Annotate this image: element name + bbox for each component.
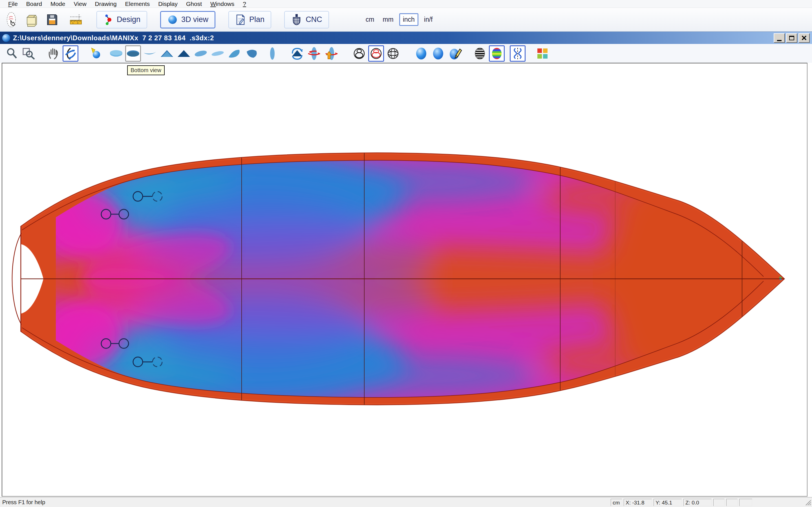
design-button[interactable]: Design (96, 11, 147, 29)
save-icon[interactable] (45, 12, 59, 27)
status-extra-2 (726, 499, 738, 506)
color-settings-icon[interactable] (535, 45, 550, 62)
unit-mm[interactable]: mm (380, 14, 396, 25)
wireframe-icon[interactable] (385, 45, 401, 62)
design-canvas[interactable]: Bottom view (2, 63, 808, 497)
unit-inch[interactable]: inch (399, 13, 418, 26)
back-view-icon[interactable] (176, 45, 192, 62)
unit-selector: cm mm inch in/f (363, 13, 436, 26)
status-help-text: Press F1 for help (2, 499, 45, 506)
cnc-icon (291, 13, 302, 26)
document-icon (2, 34, 10, 42)
side-view-icon[interactable] (142, 45, 158, 62)
perspective-3-icon[interactable] (227, 45, 243, 62)
3d-view-label: 3D view (181, 15, 208, 24)
rotate-3d-icon[interactable] (63, 45, 79, 62)
measurements-icon[interactable]: 10 (69, 12, 84, 27)
plan-label: Plan (249, 15, 264, 24)
circle-view-icon[interactable] (351, 45, 367, 62)
zoom-region-icon[interactable] (21, 45, 37, 62)
3d-view-button[interactable]: 3D view (160, 11, 215, 29)
flip-board-icon[interactable] (306, 45, 322, 62)
menu-board[interactable]: Board (22, 0, 46, 8)
bottom-view-tooltip: Bottom view (127, 65, 165, 75)
menu-file[interactable]: File (4, 0, 22, 8)
slices-view-icon[interactable] (368, 45, 384, 62)
document-titlebar[interactable]: Z:\Users\dennery\Downloads\MANIXx 7 2 27… (0, 32, 812, 44)
design-label: Design (117, 15, 140, 24)
zoom-icon[interactable] (4, 45, 20, 62)
design-icon (103, 13, 113, 26)
plan-icon (235, 14, 246, 25)
stripes-map-icon[interactable] (472, 45, 488, 62)
svg-text:1: 1 (72, 21, 73, 24)
status-bar: Press F1 for help cm X: -31.8 Y: 45.1 Z:… (0, 497, 812, 507)
resize-grip[interactable] (805, 500, 811, 506)
front-view-icon[interactable] (159, 45, 175, 62)
menu-display[interactable]: Display (154, 0, 182, 8)
symmetry-icon[interactable] (510, 45, 525, 62)
file-toolbar: 10 Design 3D view Plan (0, 8, 812, 32)
pan-hand-icon[interactable] (46, 45, 61, 62)
menu-ghost[interactable]: Ghost (182, 0, 206, 8)
outline-view-icon[interactable] (264, 45, 280, 62)
cnc-button[interactable]: CNC (284, 11, 329, 29)
unit-inf[interactable]: in/f (421, 14, 436, 25)
open-folder-icon[interactable] (25, 12, 40, 27)
new-board-icon[interactable] (5, 12, 20, 27)
sphere-icon (167, 14, 178, 25)
close-button[interactable]: ✕ (799, 33, 810, 43)
menu-mode[interactable]: Mode (46, 0, 70, 8)
tail-rocker-arc (12, 233, 21, 325)
status-extra-3 (739, 499, 752, 506)
smooth-sphere-icon[interactable] (430, 45, 446, 62)
spin-view-icon[interactable] (289, 45, 305, 62)
top-view-icon[interactable] (108, 45, 124, 62)
flip-board-arrow-icon[interactable] (323, 45, 339, 62)
paint-design-icon[interactable] (447, 45, 463, 62)
light-icon[interactable] (87, 45, 103, 62)
shaded-sphere-icon[interactable] (413, 45, 429, 62)
curvature-map-icon[interactable] (489, 45, 505, 62)
status-extra-1 (713, 499, 725, 506)
menu-windows[interactable]: Windows (206, 0, 239, 8)
close-icon: ✕ (801, 34, 807, 42)
maximize-icon (789, 36, 794, 40)
status-x: X: -31.8 (624, 499, 652, 506)
board-bottom-view (2, 63, 808, 497)
status-unit: cm (611, 499, 622, 506)
status-y: Y: 45.1 (654, 499, 682, 506)
view-toolbar (0, 44, 812, 63)
minimize-button[interactable] (774, 33, 785, 43)
perspective-2-icon[interactable] (210, 45, 225, 62)
perspective-1-icon[interactable] (193, 45, 209, 62)
menu-help[interactable]: ? (239, 0, 250, 8)
menu-drawing[interactable]: Drawing (91, 0, 121, 8)
minimize-icon (777, 40, 781, 41)
menu-bar: File Board Mode View Drawing Elements Di… (0, 0, 812, 8)
maximize-button[interactable] (786, 33, 797, 43)
svg-text:0: 0 (77, 21, 79, 24)
status-z: Z: 0.0 (683, 499, 712, 506)
perspective-4-icon[interactable] (244, 45, 259, 62)
unit-cm[interactable]: cm (363, 14, 377, 25)
menu-view[interactable]: View (69, 0, 91, 8)
bottom-view-icon[interactable] (125, 45, 141, 62)
document-title: Z:\Users\dennery\Downloads\MANIXx 7 2 27… (13, 34, 214, 42)
menu-elements[interactable]: Elements (121, 0, 154, 8)
cnc-label: CNC (306, 15, 322, 24)
plan-button[interactable]: Plan (229, 11, 271, 29)
